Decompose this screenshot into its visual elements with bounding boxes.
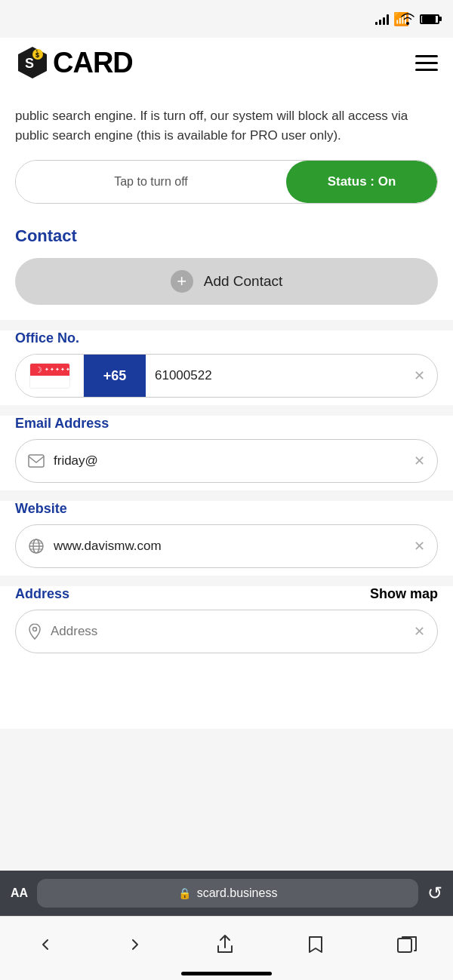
bottom-nav <box>0 916 453 980</box>
email-label: Email Address <box>15 416 438 432</box>
menu-button[interactable] <box>415 55 438 71</box>
browser-aa-button[interactable]: AA <box>11 886 28 900</box>
email-icon <box>16 454 45 468</box>
address-field-row[interactable]: ✕ <box>15 610 438 653</box>
svg-text:*: * <box>36 49 39 54</box>
website-field-row[interactable]: ✕ <box>15 524 438 568</box>
hamburger-line <box>415 69 438 71</box>
email-clear-button[interactable]: ✕ <box>414 453 437 469</box>
hamburger-line <box>415 55 438 57</box>
browser-url-bar[interactable]: 🔒 scard.business <box>37 879 418 908</box>
email-input[interactable] <box>45 453 414 468</box>
website-input[interactable] <box>45 539 414 554</box>
svg-text:S: S <box>25 56 34 71</box>
header: S $ * CARD <box>0 38 453 91</box>
svg-rect-12 <box>398 939 411 952</box>
globe-icon <box>16 538 45 555</box>
address-clear-button[interactable]: ✕ <box>414 623 437 640</box>
contact-section: Contact + Add Contact <box>0 226 453 320</box>
phone-number-input[interactable] <box>146 368 414 383</box>
status-bar: 📶 <box>0 0 453 38</box>
description-text: public search engine. If is turn off, ou… <box>0 91 453 145</box>
reload-button[interactable]: ↺ <box>427 883 442 904</box>
back-button[interactable] <box>24 929 66 960</box>
svg-point-11 <box>33 628 37 631</box>
website-group: Website ✕ <box>0 501 453 576</box>
svg-rect-5 <box>29 455 44 467</box>
toggle-off-label[interactable]: Tap to turn off <box>16 161 286 203</box>
status-icons: 📶 <box>375 11 439 27</box>
address-group: Address Show map ✕ <box>0 586 453 729</box>
toggle-section: Tap to turn off Status : On <box>0 145 453 226</box>
share-button[interactable] <box>204 928 246 961</box>
logo: S $ * CARD <box>15 45 133 80</box>
logo-text: CARD <box>53 47 133 79</box>
office-no-group: Office No. ☽ ✦✦✦✦✦ +65 ✕ <box>0 330 453 405</box>
bookmarks-button[interactable] <box>294 929 337 960</box>
plus-icon: + <box>171 270 193 293</box>
office-no-label: Office No. <box>15 330 438 346</box>
website-clear-button[interactable]: ✕ <box>414 538 437 555</box>
forward-button[interactable] <box>114 929 156 960</box>
address-label-row: Address Show map <box>15 586 438 602</box>
add-contact-label: Add Contact <box>204 273 283 290</box>
email-field-row[interactable]: ✕ <box>15 439 438 483</box>
home-indicator <box>181 972 272 975</box>
tabs-button[interactable] <box>385 929 429 960</box>
browser-bar: AA 🔒 scard.business ↺ <box>0 871 453 916</box>
address-label: Address <box>15 586 69 602</box>
email-group: Email Address ✕ <box>0 416 453 490</box>
contact-section-title: Contact <box>15 226 438 246</box>
hamburger-line <box>415 62 438 64</box>
phone-code-button[interactable]: +65 <box>84 355 146 397</box>
signal-icon <box>375 13 389 25</box>
office-no-field[interactable]: ☽ ✦✦✦✦✦ +65 ✕ <box>15 354 438 398</box>
toggle-status-on[interactable]: Status : On <box>286 161 437 203</box>
show-map-link[interactable]: Show map <box>370 586 438 602</box>
battery-icon <box>420 14 439 24</box>
country-flag[interactable]: ☽ ✦✦✦✦✦ <box>16 355 84 397</box>
singapore-flag: ☽ ✦✦✦✦✦ <box>29 363 70 389</box>
website-label: Website <box>15 501 438 517</box>
toggle-wrapper[interactable]: Tap to turn off Status : On <box>15 160 438 204</box>
add-contact-button[interactable]: + Add Contact <box>15 258 438 305</box>
logo-icon: S $ * <box>15 45 50 80</box>
phone-clear-button[interactable]: ✕ <box>414 367 437 384</box>
browser-url-text: scard.business <box>197 886 278 900</box>
wifi-icon <box>400 13 415 25</box>
pin-icon <box>16 623 42 640</box>
lock-icon: 🔒 <box>178 887 191 899</box>
address-input[interactable] <box>42 624 414 639</box>
